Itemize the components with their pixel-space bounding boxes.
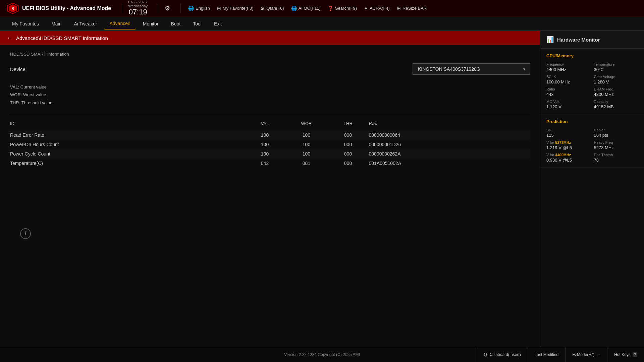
- footer-qdashboard[interactable]: Q-Dashboard(Insert): [477, 347, 528, 362]
- settings-button[interactable]: ⚙: [163, 3, 172, 14]
- aioc-icon: 🌐: [291, 6, 297, 11]
- nav-tool[interactable]: Tool: [187, 18, 207, 29]
- row-raw-0: 000000000064: [369, 132, 530, 138]
- nav-main[interactable]: Main: [46, 18, 67, 29]
- favorite-icon: ⊞: [217, 6, 221, 11]
- hw-prediction-section: Prediction SP 115 Cooler 164 pts V for 5…: [540, 114, 644, 168]
- toolbar-qfan[interactable]: ⚙ Qfan(F6): [258, 4, 286, 12]
- row-id-1: Power-On Hours Count: [10, 142, 244, 147]
- hw-bclk-value: 100.00 MHz: [546, 79, 591, 84]
- date-display: 01/22/2025Wednesday: [128, 0, 148, 8]
- hw-frequency-label: Frequency: [546, 62, 591, 66]
- hw-v5273-freq: 5273MHz: [555, 140, 571, 144]
- hw-dramfreq-label: DRAM Freq.: [594, 87, 638, 91]
- section-content: HDD/SSD SMART Information Device KINGSTO…: [0, 45, 540, 256]
- hw-v5273-label: V for 5273MHz: [546, 140, 591, 144]
- toolbar-myfavorite[interactable]: ⊞ My Favorite(F3): [214, 4, 256, 12]
- nav-myfavorites[interactable]: My Favorites: [7, 18, 44, 29]
- nav-aitweaker[interactable]: Ai Tweaker: [68, 18, 102, 29]
- legend-wor: WOR: Worst value: [10, 91, 530, 99]
- hw-mcvolt-label: MC Volt.: [546, 100, 591, 104]
- toolbar-resizebar-label: ReSize BAR: [402, 6, 427, 11]
- footer-qdashboard-label: Q-Dashboard(Insert): [484, 352, 521, 357]
- hw-dosthresh-label: Dos Thresh: [594, 153, 638, 157]
- col-header-id: ID: [10, 121, 244, 126]
- row-val-3: 042: [244, 161, 286, 166]
- hw-mcvolt-item: MC Volt. 1.120 V: [546, 100, 591, 109]
- hw-cpu-title: CPU/Memory: [546, 53, 638, 58]
- toolbar-aura[interactable]: ✦ AURA(F4): [361, 4, 392, 12]
- time-display: 07:19: [129, 8, 147, 16]
- hw-v4400-left: V for 4400MHz 0.930 V @L5: [546, 153, 591, 163]
- monitor-icon: 📊: [546, 36, 554, 43]
- hw-monitor-header: 📊 Hardware Monitor: [540, 31, 644, 49]
- row-id-0: Read Error Rate: [10, 132, 244, 138]
- info-icon: i: [20, 228, 31, 239]
- hw-temperature-item: Temperature 30°C: [594, 62, 638, 72]
- datetime: 01/22/2025Wednesday 07:19: [128, 0, 148, 16]
- hw-heavyfreq-item: Heavy Freq 5273 MHz: [594, 140, 638, 150]
- toolbar-myfavorite-label: My Favorite(F3): [223, 6, 254, 11]
- hw-capacity-label: Capacity: [594, 100, 638, 104]
- row-val-1: 100: [244, 142, 286, 147]
- toolbar: 🌐 English ⊞ My Favorite(F3) ⚙ Qfan(F6) 🌐…: [185, 4, 637, 12]
- header-divider: [123, 3, 123, 13]
- toolbar-resizebar[interactable]: ⊞ ReSize BAR: [394, 4, 429, 12]
- col-header-raw: Raw: [369, 121, 530, 126]
- toolbar-search-label: Search(F9): [335, 6, 357, 11]
- content-area: ← Advanced\HDD/SSD SMART Information HDD…: [0, 31, 540, 347]
- footer-ezmode-label: EzMode(F7): [572, 352, 594, 357]
- nav-exit[interactable]: Exit: [209, 18, 227, 29]
- qfan-icon: ⚙: [260, 6, 265, 11]
- footer-ezmode[interactable]: EzMode(F7) →: [565, 347, 607, 362]
- device-dropdown[interactable]: KINGSTON SA400S371920G: [413, 63, 530, 75]
- hw-prediction-title: Prediction: [546, 119, 638, 124]
- footer-lastmodified[interactable]: Last Modified: [528, 347, 565, 362]
- hw-dramfreq-value: 4800 MHz: [594, 92, 638, 97]
- hw-sp-value: 115: [546, 133, 591, 138]
- svg-text:R: R: [11, 7, 14, 10]
- hw-v5273-voltage: 1.219 V @L5: [546, 145, 591, 150]
- nav-advanced[interactable]: Advanced: [104, 18, 136, 29]
- hw-dramfreq-item: DRAM Freq. 4800 MHz: [594, 87, 638, 97]
- toolbar-aura-label: AURA(F4): [370, 6, 390, 11]
- table-row: Power-On Hours Count 100 100 000 0000000…: [10, 140, 530, 149]
- nav-boot[interactable]: Boot: [165, 18, 186, 29]
- hw-corevolt-label: Core Voltage: [594, 75, 638, 79]
- col-header-wor: WOR: [286, 121, 327, 126]
- row-val-2: 100: [244, 151, 286, 157]
- footer-hotkeys-key-icon: ?: [633, 352, 637, 357]
- footer-lastmodified-label: Last Modified: [535, 352, 558, 357]
- toolbar-english-label: English: [196, 6, 210, 11]
- row-id-3: Temperature(C): [10, 161, 244, 166]
- row-wor-1: 100: [286, 142, 327, 147]
- row-thr-3: 000: [327, 161, 369, 166]
- hw-cooler-label: Cooler: [594, 128, 638, 132]
- footer-hotkeys-label: Hot Keys: [614, 352, 631, 357]
- hw-sp-item: SP 115: [546, 128, 591, 138]
- toolbar-qfan-label: Qfan(F6): [266, 6, 284, 11]
- section-title: HDD/SSD SMART Information: [10, 52, 530, 57]
- row-raw-1: 000000001D26: [369, 142, 530, 147]
- hw-mcvolt-value: 1.120 V: [546, 104, 591, 109]
- hw-cooler-value: 164 pts: [594, 133, 638, 138]
- row-thr-1: 000: [327, 142, 369, 147]
- toolbar-search[interactable]: ❓ Search(F9): [325, 4, 360, 12]
- toolbar-aioc[interactable]: 🌐 AI OC(F11): [288, 4, 323, 12]
- header-divider-3: [180, 3, 180, 13]
- row-thr-0: 000: [327, 132, 369, 138]
- table-row: Temperature(C) 042 081 000 001A0051002A: [10, 159, 530, 168]
- hw-v4400-label: V for 4400MHz: [546, 153, 591, 157]
- hw-bclk-item: BCLK 100.00 MHz: [546, 75, 591, 84]
- row-wor-3: 081: [286, 161, 327, 166]
- row-wor-0: 100: [286, 132, 327, 138]
- hw-temperature-label: Temperature: [594, 62, 638, 66]
- footer-hotkeys[interactable]: Hot Keys ?: [607, 347, 644, 362]
- toolbar-english[interactable]: 🌐 English: [185, 4, 213, 12]
- hw-v4400-freq: 4400MHz: [555, 153, 571, 157]
- breadcrumb-back-button[interactable]: ←: [7, 35, 13, 42]
- footer-ezmode-arrow-icon: →: [596, 352, 600, 357]
- nav-monitor[interactable]: Monitor: [138, 18, 164, 29]
- device-select-wrapper[interactable]: KINGSTON SA400S371920G: [413, 63, 530, 75]
- hw-ratio-value: 44x: [546, 92, 591, 97]
